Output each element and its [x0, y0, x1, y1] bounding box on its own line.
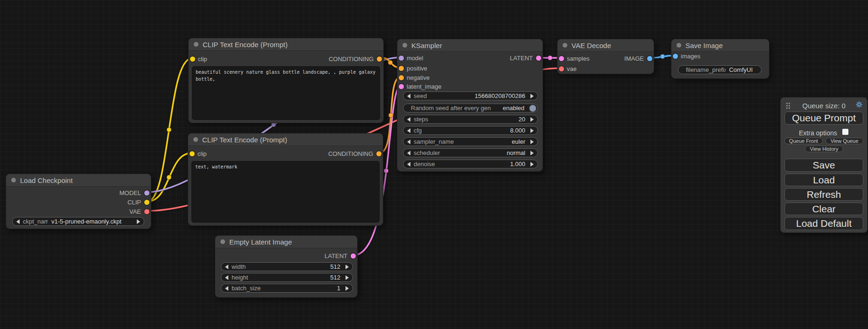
next-value-arrow-icon[interactable] [346, 286, 349, 291]
node-title-bar[interactable]: Empty Latent Image [215, 236, 357, 248]
next-value-arrow-icon[interactable] [137, 219, 140, 224]
negative-input-port[interactable] [399, 75, 404, 80]
next-value-arrow-icon[interactable] [530, 151, 534, 155]
widget-label: scheduler [414, 149, 503, 156]
queue-front-button[interactable]: Queue Front [784, 138, 823, 144]
images-input-port[interactable] [673, 54, 678, 59]
batch-size-widget[interactable]: batch_size 1 [221, 284, 353, 293]
ckpt-name-widget[interactable]: ckpt_name v1-5-pruned-emaonly.ckpt [12, 217, 144, 226]
prev-value-arrow-icon[interactable] [407, 117, 410, 122]
next-value-arrow-icon[interactable] [530, 117, 534, 122]
width-widget[interactable]: width 512 [221, 262, 353, 271]
next-value-arrow-icon[interactable] [346, 275, 349, 280]
positive-input-port[interactable] [399, 66, 404, 71]
conditioning-output-port[interactable] [377, 56, 382, 62]
random-seed-toggle[interactable]: Random seed after every gen enabled [403, 104, 538, 112]
node-title-bar[interactable]: KSampler [397, 39, 543, 52]
node-load-checkpoint[interactable]: Load Checkpoint MODEL CLIP VAE ckpt_name… [6, 174, 151, 229]
latent-output-port[interactable] [536, 56, 541, 61]
vae-output-port[interactable] [144, 209, 149, 214]
negative-input-label: negative [407, 74, 430, 81]
prev-value-arrow-icon[interactable] [225, 275, 228, 280]
scheduler-widget[interactable]: scheduler normal [403, 148, 538, 157]
node-title: CLIP Text Encode (Prompt) [202, 136, 287, 144]
positive-prompt-textarea[interactable]: beautiful scenery nature glass bottle la… [192, 66, 380, 120]
view-history-button[interactable]: View History [805, 146, 843, 152]
port-row: LATENT [215, 252, 357, 259]
node-ksampler[interactable]: KSampler model LATENT positive negative … [397, 39, 543, 172]
port-row: vae [557, 65, 654, 72]
cfg-widget[interactable]: cfg 8.000 [403, 126, 538, 135]
prev-value-arrow-icon[interactable] [225, 286, 228, 291]
clear-button[interactable]: Clear [784, 203, 863, 215]
next-value-arrow-icon[interactable] [530, 140, 534, 144]
collapse-dot-icon[interactable] [11, 178, 16, 182]
conditioning-output-port[interactable] [376, 151, 381, 156]
prev-value-arrow-icon[interactable] [407, 151, 410, 155]
load-button[interactable]: Load [784, 174, 863, 186]
node-vae-decode[interactable]: VAE Decode samples IMAGE vae [557, 39, 654, 74]
steps-widget[interactable]: steps 20 [403, 115, 538, 124]
next-value-arrow-icon[interactable] [530, 94, 534, 98]
latent-output-label: LATENT [325, 252, 347, 259]
height-widget[interactable]: height 512 [221, 273, 353, 282]
link-midpoint-dot [660, 54, 665, 59]
node-title-bar[interactable]: Save Image [671, 39, 769, 52]
node-save-image[interactable]: Save Image images filename_prefix ComfyU… [671, 39, 769, 79]
view-queue-button[interactable]: View Queue [826, 138, 863, 144]
prev-value-arrow-icon[interactable] [407, 128, 410, 133]
prev-value-arrow-icon[interactable] [16, 219, 20, 224]
port-row: CONDITIONING [188, 150, 383, 157]
widget-value: 20 [519, 116, 525, 123]
node-title: Load Checkpoint [20, 176, 73, 184]
filename-prefix-widget[interactable]: filename_prefix ComfyUI [678, 65, 762, 74]
link-midpoint-dot [388, 113, 393, 118]
settings-gear-icon[interactable] [855, 101, 863, 108]
load-default-button[interactable]: Load Default [784, 217, 863, 230]
queue-prompt-button[interactable]: Queue Prompt [784, 112, 863, 125]
negative-prompt-textarea[interactable]: text, watermark [191, 161, 380, 223]
node-title-bar[interactable]: VAE Decode [557, 39, 654, 52]
refresh-button[interactable]: Refresh [784, 188, 863, 201]
latent-image-input-port[interactable] [399, 84, 404, 89]
seed-widget[interactable]: seed 156680208700286 [403, 91, 538, 100]
node-empty-latent-image[interactable]: Empty Latent Image LATENT width 512 heig… [215, 235, 358, 298]
widget-label: filename_prefix [686, 66, 726, 73]
next-value-arrow-icon[interactable] [530, 162, 534, 167]
toggle-knob-icon[interactable] [529, 105, 536, 112]
collapse-dot-icon[interactable] [194, 42, 198, 47]
model-output-label: MODEL [120, 189, 141, 196]
prev-value-arrow-icon[interactable] [407, 94, 410, 98]
widget-value: v1-5-pruned-emaonly.ckpt [51, 218, 121, 225]
node-title-bar[interactable]: Load Checkpoint [6, 174, 151, 187]
image-output-port[interactable] [647, 56, 652, 61]
next-value-arrow-icon[interactable] [346, 265, 349, 269]
node-title-bar[interactable]: CLIP Text Encode (Prompt) [188, 133, 383, 146]
denoise-widget[interactable]: denoise 1.000 [403, 160, 538, 168]
port-row: VAE [6, 208, 151, 215]
node-title: CLIP Text Encode (Prompt) [203, 41, 288, 49]
link-midpoint-dot [167, 127, 171, 132]
save-button[interactable]: Save [784, 159, 863, 172]
node-clip-text-encode-negative[interactable]: CLIP Text Encode (Prompt) clip CONDITION… [188, 133, 383, 226]
collapse-dot-icon[interactable] [193, 137, 198, 142]
vae-input-port[interactable] [559, 66, 564, 71]
collapse-dot-icon[interactable] [220, 239, 225, 244]
sampler-name-widget[interactable]: sampler_name euler [403, 137, 538, 146]
collapse-dot-icon[interactable] [402, 43, 407, 48]
node-title-bar[interactable]: CLIP Text Encode (Prompt) [189, 38, 383, 51]
next-value-arrow-icon[interactable] [530, 128, 534, 133]
model-output-port[interactable] [144, 190, 149, 196]
node-clip-text-encode-positive[interactable]: CLIP Text Encode (Prompt) clip CONDITION… [188, 38, 384, 123]
latent-output-port[interactable] [351, 253, 356, 259]
extra-options-checkbox[interactable] [842, 129, 848, 135]
clip-output-port[interactable] [144, 200, 149, 205]
prev-value-arrow-icon[interactable] [407, 162, 410, 167]
link-midpoint-dot [388, 60, 393, 65]
port-row: CLIP [6, 198, 151, 206]
collapse-dot-icon[interactable] [677, 43, 681, 48]
prev-value-arrow-icon[interactable] [225, 265, 228, 269]
prev-value-arrow-icon[interactable] [407, 140, 410, 144]
widget-label: Random seed after every gen [411, 105, 500, 112]
collapse-dot-icon[interactable] [563, 43, 567, 48]
